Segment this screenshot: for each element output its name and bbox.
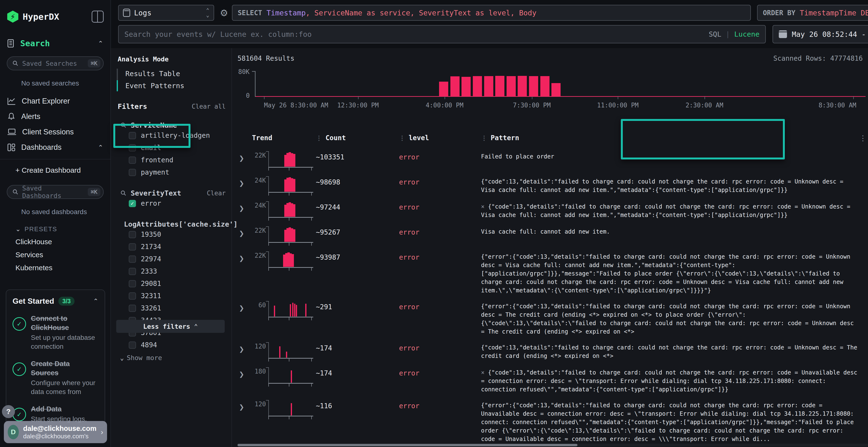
- checkbox[interactable]: [129, 255, 136, 263]
- chevron-up-icon[interactable]: ⌃: [93, 298, 98, 305]
- checkbox[interactable]: [129, 305, 136, 312]
- mode-event-patterns[interactable]: Event Patterns: [116, 80, 231, 92]
- checkbox[interactable]: [129, 243, 136, 250]
- select-chevrons-icon: ⌃⌄: [206, 8, 209, 18]
- help-button[interactable]: ?: [2, 405, 15, 418]
- column-header-count[interactable]: ⋮Count: [316, 134, 399, 142]
- scrollbar-thumb[interactable]: [238, 444, 578, 446]
- pattern-row[interactable]: ❯ 22K ~95267 error Visa cache full: cann…: [238, 227, 868, 245]
- source-settings-gear-icon[interactable]: ⚙: [220, 8, 228, 18]
- pattern-row[interactable]: ❯ 24K ~98698 error {"code":13,"details":…: [238, 176, 868, 195]
- less-filters-button[interactable]: Less filters ⌃: [116, 320, 225, 333]
- chevron-up-icon[interactable]: ⌃: [98, 40, 103, 47]
- get-started-panel: Get Started 3/3 ⌃ ✓ Connect to ClickHous…: [6, 289, 105, 428]
- clear-filter-link[interactable]: Clear: [207, 190, 226, 197]
- sidebar-item-dashboards[interactable]: Dashboards ⌃: [0, 140, 111, 155]
- filter-option[interactable]: 32311: [116, 290, 231, 302]
- filter-options: 1935021734229742333290813231133261344233…: [116, 228, 231, 362]
- drag-handle-icon[interactable]: ⋮: [399, 134, 405, 142]
- filter-option[interactable]: frontend: [116, 154, 231, 166]
- toggle-divider: |: [726, 30, 730, 38]
- mode-results-table[interactable]: Results Table: [116, 68, 231, 80]
- pattern-row[interactable]: ❯ 22K ~93987 error {"error":{"code":13,"…: [238, 251, 868, 295]
- expand-chevron-icon[interactable]: ❯: [238, 400, 252, 411]
- checkbox[interactable]: [129, 342, 136, 349]
- sidebar-item-clickhouse[interactable]: ClickHouse: [0, 233, 111, 246]
- expand-chevron-icon[interactable]: ❯: [238, 176, 252, 187]
- get-started-step-sources[interactable]: ✓ Create Data Sources Configure where yo…: [12, 359, 98, 396]
- annotation-box-level-pattern: [621, 119, 785, 160]
- create-dashboard-button[interactable]: + Create Dashboard: [0, 163, 111, 174]
- filter-option[interactable]: 19350: [116, 228, 231, 241]
- checkbox[interactable]: [129, 293, 136, 300]
- drag-handle-icon[interactable]: ⋮: [316, 134, 322, 142]
- sidebar-item-kubernetes[interactable]: Kubernetes: [0, 259, 111, 272]
- show-more-toggle[interactable]: ⌄Show more: [116, 351, 231, 362]
- sidebar-collapse-icon[interactable]: [92, 10, 104, 23]
- lucene-toggle[interactable]: Lucene: [734, 30, 760, 38]
- expand-chevron-icon[interactable]: ❯: [238, 227, 252, 237]
- checkbox[interactable]: [129, 280, 136, 287]
- laptop-icon: [7, 128, 17, 136]
- saved-dashboards-input[interactable]: Saved Dashboards ⌘K: [7, 185, 104, 199]
- user-menu[interactable]: D dale@clickhouse.com dale@clickhouse.co…: [4, 421, 107, 443]
- expand-chevron-icon[interactable]: ❯: [238, 201, 252, 212]
- filter-option[interactable]: ✓error: [116, 197, 231, 209]
- sidebar-item-client-sessions[interactable]: Client Sessions: [0, 124, 111, 140]
- date-range-picker[interactable]: May 26 08:52:44 - May 27 08:52:44: [773, 25, 868, 43]
- pattern-row[interactable]: ❯ 120 ~116 error {"error":{"code":13,"de…: [238, 400, 868, 443]
- level-cell: error: [399, 301, 481, 311]
- filter-option[interactable]: 33261: [116, 302, 231, 314]
- clear-all-link[interactable]: Clear all: [192, 103, 226, 110]
- column-header-trend[interactable]: Trend: [252, 134, 316, 142]
- sidebar-item-services[interactable]: Services: [0, 246, 111, 259]
- search-icon[interactable]: [120, 190, 127, 197]
- filter-option[interactable]: 21734: [116, 241, 231, 253]
- horizontal-scrollbar[interactable]: [238, 444, 868, 447]
- language-toggle[interactable]: SQL | Lucene: [709, 30, 760, 38]
- checkbox[interactable]: ✓: [129, 200, 136, 207]
- user-email: dale@clickhouse.com: [23, 424, 96, 433]
- pattern-row[interactable]: ❯ 24K ~97244 error × {"code":13,"details…: [238, 201, 868, 220]
- expand-chevron-icon[interactable]: ❯: [238, 151, 252, 162]
- expand-chevron-icon[interactable]: ❯: [238, 367, 252, 378]
- expand-chevron-icon[interactable]: ❯: [238, 342, 252, 353]
- pattern-text: {"error":{"code":13,"details":"failed to…: [481, 253, 850, 294]
- checkbox[interactable]: [129, 231, 136, 238]
- sidebar-item-search[interactable]: Search ⌃: [0, 23, 111, 48]
- saved-searches-input[interactable]: Saved Searches ⌘K: [7, 56, 104, 70]
- presets-toggle[interactable]: ⌄ PRESETS: [0, 216, 111, 233]
- sql-select-input[interactable]: SELECT Timestamp, ServiceName as service…: [232, 5, 751, 21]
- filter-option[interactable]: 29081: [116, 277, 231, 290]
- checkbox[interactable]: [129, 169, 136, 176]
- pattern-row[interactable]: ❯ 60 ~291 error {"error":{"code":13,"det…: [238, 301, 868, 336]
- filter-option[interactable]: payment: [116, 166, 231, 178]
- expand-chevron-icon[interactable]: ❯: [238, 301, 252, 312]
- sidebar-item-chart-explorer[interactable]: Chart Explorer: [0, 94, 111, 109]
- sidebar-item-alerts[interactable]: Alerts: [0, 109, 111, 124]
- search-input[interactable]: Search your events w/ Lucene ex. column:…: [118, 25, 766, 43]
- drag-handle-icon[interactable]: ⋮: [481, 134, 487, 142]
- histogram-bar: [529, 76, 538, 96]
- chevron-up-icon[interactable]: ⌃: [98, 144, 103, 151]
- filter-option[interactable]: 22974: [116, 253, 231, 265]
- source-select[interactable]: Logs ⌃⌄: [118, 5, 214, 21]
- results-histogram[interactable]: 80K 0 May 26 8:30:00 AM12:30:00 PM4:00:0…: [255, 71, 863, 110]
- pattern-text: Visa cache full: cannot add new item.: [481, 228, 610, 235]
- get-started-step-connect[interactable]: ✓ Connect to ClickHouse Set up your data…: [12, 314, 98, 351]
- order-by-input[interactable]: ORDER BY TimestampTime DESC: [757, 5, 868, 21]
- filter-group: LogAttributes['cache.size'] 193502173422…: [116, 220, 231, 362]
- sql-toggle[interactable]: SQL: [709, 30, 721, 38]
- count-cell: ~174: [316, 342, 399, 352]
- filter-option[interactable]: 4894: [116, 339, 231, 351]
- pattern-row[interactable]: ❯ 180 ~174 error × {"code":13,"details":…: [238, 367, 868, 394]
- pattern-row[interactable]: ❯ 120 ~174 error {"code":13,"details":"f…: [238, 342, 868, 361]
- filter-option[interactable]: 2333: [116, 265, 231, 277]
- checkbox[interactable]: [129, 268, 136, 275]
- count-cell: ~116: [316, 400, 399, 410]
- column-header-level[interactable]: ⋮level: [399, 134, 481, 142]
- checkbox[interactable]: [129, 157, 136, 164]
- table-options-icon[interactable]: ⋮: [859, 134, 867, 142]
- pattern-text: {"code":13,"details":"failed to charge c…: [481, 178, 843, 194]
- expand-chevron-icon[interactable]: ❯: [238, 251, 252, 262]
